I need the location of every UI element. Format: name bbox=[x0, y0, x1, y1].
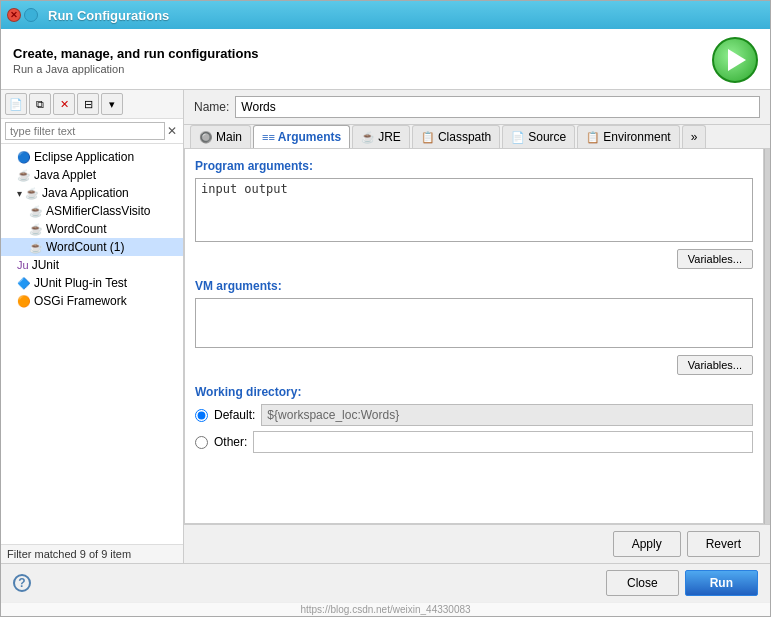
run-button[interactable]: Run bbox=[685, 570, 758, 596]
window-controls: ✕ bbox=[7, 8, 38, 22]
filter-input[interactable] bbox=[5, 122, 165, 140]
filter-row: ✕ bbox=[1, 119, 183, 144]
tab-classpath-label: Classpath bbox=[438, 130, 491, 144]
header-text: Create, manage, and run configurations R… bbox=[13, 46, 259, 75]
tab-main-label: Main bbox=[216, 130, 242, 144]
filter-status: Filter matched 9 of 9 item bbox=[1, 544, 183, 563]
asmifier-icon: ☕ bbox=[29, 205, 43, 218]
run-icon-button[interactable] bbox=[712, 37, 758, 83]
main-tab-icon: 🔘 bbox=[199, 131, 213, 144]
footer-left: ? bbox=[13, 574, 31, 592]
tab-more-label: » bbox=[691, 130, 698, 144]
title-bar: ✕ Run Configurations bbox=[1, 1, 770, 29]
tab-more[interactable]: » bbox=[682, 125, 707, 148]
play-triangle-icon bbox=[728, 49, 746, 71]
tab-classpath[interactable]: 📋 Classpath bbox=[412, 125, 500, 148]
default-radio-row: Default: bbox=[195, 404, 753, 426]
tree-item-label: JUnit bbox=[32, 258, 59, 272]
tree-item-wordcount[interactable]: ☕ WordCount bbox=[1, 220, 183, 238]
name-input[interactable] bbox=[235, 96, 760, 118]
revert-button[interactable]: Revert bbox=[687, 531, 760, 557]
program-args-variables-button[interactable]: Variables... bbox=[677, 249, 753, 269]
collapse-button[interactable]: ⊟ bbox=[77, 93, 99, 115]
jre-tab-icon: ☕ bbox=[361, 131, 375, 144]
classpath-tab-icon: 📋 bbox=[421, 131, 435, 144]
tree-item-label: JUnit Plug-in Test bbox=[34, 276, 127, 290]
environment-tab-icon: 📋 bbox=[586, 131, 600, 144]
tab-main[interactable]: 🔘 Main bbox=[190, 125, 251, 148]
content-with-scroll: Program arguments: input output Variable… bbox=[184, 149, 770, 524]
tab-arguments[interactable]: ≡≡ Arguments bbox=[253, 125, 350, 148]
tree-item-label: Java Applet bbox=[34, 168, 96, 182]
tree-item-wordcount-1[interactable]: ☕ WordCount (1) bbox=[1, 238, 183, 256]
vm-args-section: VM arguments: Variables... bbox=[195, 279, 753, 375]
tree-item-java-application[interactable]: ▾ ☕ Java Application bbox=[1, 184, 183, 202]
osgi-icon: 🟠 bbox=[17, 295, 31, 308]
tree-item-junit[interactable]: Ju JUnit bbox=[1, 256, 183, 274]
other-radio-label: Other: bbox=[214, 435, 247, 449]
minimize-window-button[interactable] bbox=[24, 8, 38, 22]
copy-config-button[interactable]: ⧉ bbox=[29, 93, 51, 115]
run-configurations-window: ✕ Run Configurations Create, manage, and… bbox=[0, 0, 771, 617]
vm-args-variables-button[interactable]: Variables... bbox=[677, 355, 753, 375]
delete-config-button[interactable]: ✕ bbox=[53, 93, 75, 115]
working-dir-section: Working directory: Default: Other: bbox=[195, 385, 753, 453]
tree-item-label: OSGi Framework bbox=[34, 294, 127, 308]
header-subtitle: Run a Java application bbox=[13, 63, 259, 75]
tab-source-label: Source bbox=[528, 130, 566, 144]
tab-environment[interactable]: 📋 Environment bbox=[577, 125, 679, 148]
tree-item-label: ASMifierClassVisito bbox=[46, 204, 150, 218]
tab-jre-label: JRE bbox=[378, 130, 401, 144]
help-icon[interactable]: ? bbox=[13, 574, 31, 592]
tree-item-junit-plugin[interactable]: 🔷 JUnit Plug-in Test bbox=[1, 274, 183, 292]
tab-source[interactable]: 📄 Source bbox=[502, 125, 575, 148]
wordcount-1-icon: ☕ bbox=[29, 241, 43, 254]
left-panel: 📄 ⧉ ✕ ⊟ ▾ ✕ 🔵 Eclipse Application ☕ Java… bbox=[1, 90, 184, 563]
right-inner: Name: 🔘 Main ≡≡ Arguments ☕ JRE bbox=[184, 90, 770, 563]
tree-item-label: WordCount (1) bbox=[46, 240, 124, 254]
window-title: Run Configurations bbox=[48, 8, 169, 23]
dropdown-button[interactable]: ▾ bbox=[101, 93, 123, 115]
junit-icon: Ju bbox=[17, 259, 29, 271]
main-content: 📄 ⧉ ✕ ⊟ ▾ ✕ 🔵 Eclipse Application ☕ Java… bbox=[1, 90, 770, 563]
other-dir-input[interactable] bbox=[253, 431, 753, 453]
name-label: Name: bbox=[194, 100, 229, 114]
vm-args-input[interactable] bbox=[195, 298, 753, 348]
other-radio-row: Other: bbox=[195, 431, 753, 453]
toolbar-row: 📄 ⧉ ✕ ⊟ ▾ bbox=[1, 90, 183, 119]
tree-item-asmifier[interactable]: ☕ ASMifierClassVisito bbox=[1, 202, 183, 220]
default-radio[interactable] bbox=[195, 409, 208, 422]
filter-clear-button[interactable]: ✕ bbox=[165, 124, 179, 138]
other-radio[interactable] bbox=[195, 436, 208, 449]
tree-item-label: WordCount bbox=[46, 222, 106, 236]
eclipse-icon: 🔵 bbox=[17, 151, 31, 164]
vm-args-label: VM arguments: bbox=[195, 279, 753, 293]
tree-item-eclipse-application[interactable]: 🔵 Eclipse Application bbox=[1, 148, 183, 166]
java-application-icon: ☕ bbox=[25, 187, 39, 200]
footer-buttons: Close Run bbox=[606, 570, 758, 596]
wordcount-icon: ☕ bbox=[29, 223, 43, 236]
tab-jre[interactable]: ☕ JRE bbox=[352, 125, 410, 148]
source-tab-icon: 📄 bbox=[511, 131, 525, 144]
program-args-input[interactable]: input output bbox=[195, 178, 753, 242]
tab-content-arguments: Program arguments: input output Variable… bbox=[184, 149, 764, 524]
new-config-button[interactable]: 📄 bbox=[5, 93, 27, 115]
watermark: https://blog.csdn.net/weixin_44330083 bbox=[1, 602, 770, 616]
tree-item-label: Eclipse Application bbox=[34, 150, 134, 164]
name-row: Name: bbox=[184, 90, 770, 125]
tree-item-java-applet[interactable]: ☕ Java Applet bbox=[1, 166, 183, 184]
scrollbar[interactable] bbox=[764, 149, 770, 524]
default-radio-label: Default: bbox=[214, 408, 255, 422]
tab-environment-label: Environment bbox=[603, 130, 670, 144]
close-window-button[interactable]: ✕ bbox=[7, 8, 21, 22]
header-section: Create, manage, and run configurations R… bbox=[1, 29, 770, 90]
working-dir-label: Working directory: bbox=[195, 385, 753, 399]
program-args-section: Program arguments: input output Variable… bbox=[195, 159, 753, 269]
right-panel: Name: 🔘 Main ≡≡ Arguments ☕ JRE bbox=[184, 90, 770, 563]
expand-arrow-icon: ▾ bbox=[17, 188, 22, 199]
config-tree: 🔵 Eclipse Application ☕ Java Applet ▾ ☕ … bbox=[1, 144, 183, 544]
apply-button[interactable]: Apply bbox=[613, 531, 681, 557]
tab-arguments-label: Arguments bbox=[278, 130, 341, 144]
tree-item-osgi[interactable]: 🟠 OSGi Framework bbox=[1, 292, 183, 310]
close-button[interactable]: Close bbox=[606, 570, 679, 596]
